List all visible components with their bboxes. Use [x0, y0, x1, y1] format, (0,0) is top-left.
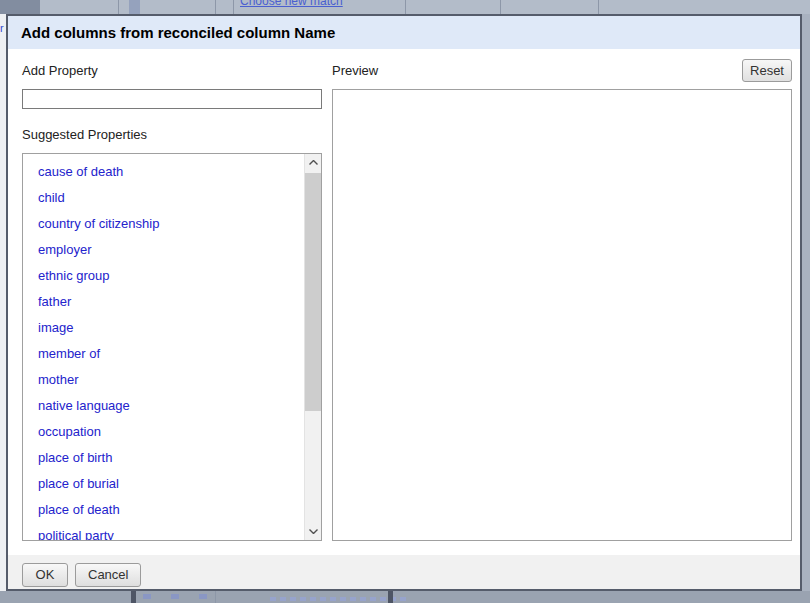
background-clipped-text: r [0, 22, 4, 34]
property-link[interactable]: image [23, 315, 304, 341]
background-table-bottom [0, 591, 810, 603]
property-link[interactable]: ethnic group [23, 263, 304, 289]
add-columns-dialog: Add columns from reconciled column Name … [6, 14, 802, 591]
preview-panel [332, 89, 792, 541]
preview-label: Preview [332, 63, 378, 78]
property-link[interactable]: employer [23, 237, 304, 263]
property-link[interactable]: native language [23, 393, 304, 419]
property-link[interactable]: place of death [23, 497, 304, 523]
suggested-properties-label: Suggested Properties [22, 127, 147, 142]
property-link[interactable]: country of citizenship [23, 211, 304, 237]
property-link[interactable]: place of birth [23, 445, 304, 471]
property-link[interactable]: child [23, 185, 304, 211]
chevron-down-icon [309, 529, 318, 534]
property-link[interactable]: member of [23, 341, 304, 367]
property-search-input[interactable] [22, 89, 322, 109]
property-link[interactable]: occupation [23, 419, 304, 445]
property-link[interactable]: mother [23, 367, 304, 393]
ok-button[interactable]: OK [22, 563, 68, 587]
property-link[interactable]: place of burial [23, 471, 304, 497]
dialog-title: Add columns from reconciled column Name [21, 24, 335, 41]
reset-button[interactable]: Reset [742, 59, 792, 82]
scrollbar-thumb[interactable] [305, 173, 322, 411]
suggested-properties-listbox: cause of deathchildcountry of citizenshi… [22, 153, 322, 541]
dialog-header: Add columns from reconciled column Name [8, 16, 800, 49]
cancel-button[interactable]: Cancel [75, 563, 141, 587]
add-property-label: Add Property [22, 63, 98, 78]
list-scrollbar[interactable] [304, 154, 321, 540]
choose-new-match-link: Choose new match [240, 0, 350, 8]
property-link[interactable]: cause of death [23, 159, 304, 185]
background-table-top: Choose new match [0, 0, 810, 14]
property-link[interactable]: political party [23, 523, 304, 540]
background-table-header-cell [0, 0, 40, 14]
dialog-footer: OK Cancel [8, 555, 800, 589]
suggested-properties-list: cause of deathchildcountry of citizenshi… [23, 154, 304, 540]
scroll-up-button[interactable] [305, 154, 322, 171]
chevron-up-icon [309, 160, 318, 165]
background-right-edge [802, 14, 810, 591]
property-link[interactable]: father [23, 289, 304, 315]
scroll-down-button[interactable] [305, 523, 322, 540]
